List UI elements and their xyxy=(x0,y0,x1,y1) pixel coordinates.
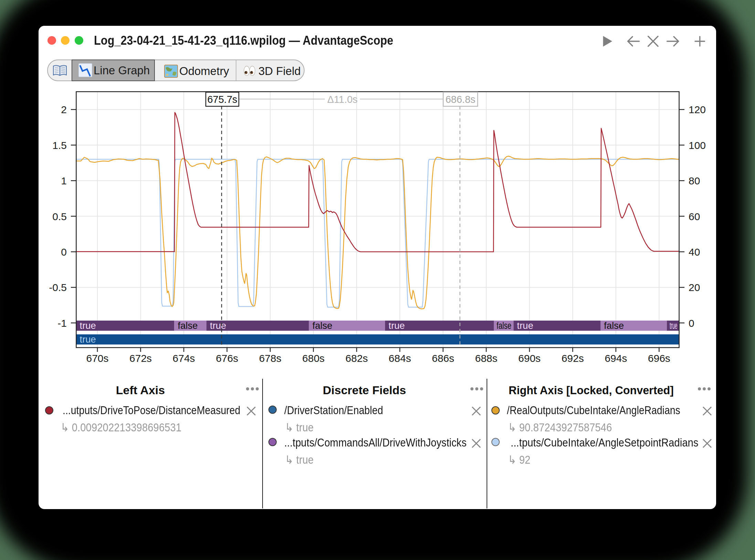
svg-text:692s: 692s xyxy=(562,353,584,364)
svg-text:false: false xyxy=(178,320,198,331)
svg-text:694s: 694s xyxy=(605,353,627,364)
svg-text:2: 2 xyxy=(61,104,67,115)
svg-text:60: 60 xyxy=(689,211,700,222)
svg-text:672s: 672s xyxy=(129,353,152,364)
svg-text:688s: 688s xyxy=(475,353,497,364)
svg-text:20: 20 xyxy=(689,282,700,293)
svg-text:684s: 684s xyxy=(389,353,411,364)
svg-text:true: true xyxy=(670,320,677,331)
svg-text:-0.5: -0.5 xyxy=(49,282,67,293)
svg-text:1.5: 1.5 xyxy=(52,140,67,151)
svg-text:680s: 680s xyxy=(302,353,325,364)
svg-text:40: 40 xyxy=(689,246,700,258)
svg-text:0: 0 xyxy=(61,246,67,258)
svg-text:false: false xyxy=(312,320,332,331)
svg-text:1: 1 xyxy=(61,175,67,186)
svg-text:120: 120 xyxy=(689,104,706,115)
svg-text:true: true xyxy=(517,320,533,331)
svg-text:80: 80 xyxy=(689,175,700,186)
svg-text:true: true xyxy=(210,320,226,331)
svg-text:670s: 670s xyxy=(86,353,108,364)
svg-text:true: true xyxy=(389,320,405,331)
svg-text:696s: 696s xyxy=(648,353,670,364)
svg-text:false: false xyxy=(497,320,511,331)
svg-text:686s: 686s xyxy=(432,353,454,364)
svg-text:false: false xyxy=(604,320,624,331)
svg-text:676s: 676s xyxy=(216,353,238,364)
svg-text:true: true xyxy=(80,334,96,345)
svg-text:675.7s: 675.7s xyxy=(207,94,237,105)
svg-text:674s: 674s xyxy=(173,353,195,364)
svg-text:100: 100 xyxy=(689,140,706,151)
svg-text:0: 0 xyxy=(689,317,694,329)
svg-text:Δ11.0s: Δ11.0s xyxy=(327,94,358,105)
svg-text:682s: 682s xyxy=(345,353,368,364)
svg-text:-1: -1 xyxy=(57,317,67,329)
svg-text:678s: 678s xyxy=(259,353,281,364)
svg-text:0.5: 0.5 xyxy=(52,211,67,222)
svg-text:true: true xyxy=(80,320,96,331)
svg-text:690s: 690s xyxy=(518,353,541,364)
svg-text:686.8s: 686.8s xyxy=(445,94,475,105)
